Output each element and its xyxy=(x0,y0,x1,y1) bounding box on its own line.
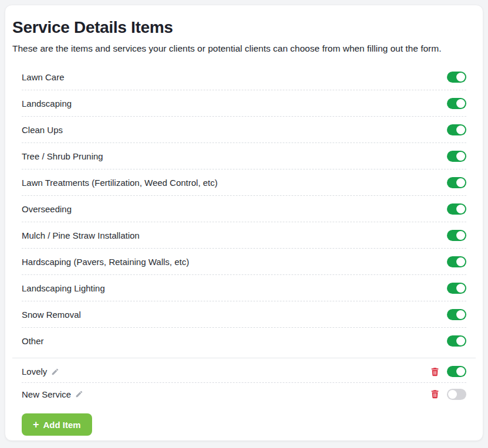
service-item-row: Landscaping xyxy=(22,90,466,117)
service-item-row: Other xyxy=(22,328,466,354)
toggle-knob xyxy=(456,310,465,319)
row-controls xyxy=(447,309,466,320)
service-toggle[interactable] xyxy=(447,177,466,188)
service-toggle[interactable] xyxy=(447,283,466,294)
service-label: Overseeding xyxy=(22,204,72,214)
service-toggle[interactable] xyxy=(447,203,466,215)
service-label: Hardscaping (Pavers, Retaining Walls, et… xyxy=(22,257,189,267)
service-item-row: Clean Ups xyxy=(22,117,466,143)
service-label: Clean Ups xyxy=(22,125,63,135)
service-label: Lovely xyxy=(22,366,47,376)
service-toggle[interactable] xyxy=(447,72,466,83)
toggle-knob xyxy=(456,125,465,134)
service-item-row: Overseeding xyxy=(22,196,466,222)
service-label: Lawn Treatments (Fertilization, Weed Con… xyxy=(22,178,218,188)
service-toggle[interactable] xyxy=(447,366,466,377)
toggle-knob xyxy=(456,284,465,293)
row-controls xyxy=(447,230,466,241)
service-details-card: Service Details Items These are the item… xyxy=(5,5,483,441)
page-subtitle: These are the items and services your cl… xyxy=(12,43,476,55)
row-controls xyxy=(447,203,466,215)
row-controls xyxy=(447,177,466,188)
row-controls xyxy=(447,335,466,347)
toggle-knob xyxy=(448,390,457,399)
service-item-row: Hardscaping (Pavers, Retaining Walls, et… xyxy=(22,249,466,275)
custom-service-item-row: Lovely xyxy=(22,361,466,383)
toggle-knob xyxy=(456,73,465,82)
service-label: New Service xyxy=(22,389,71,399)
toggle-knob xyxy=(456,337,465,345)
row-controls xyxy=(447,72,466,83)
service-toggle[interactable] xyxy=(447,98,466,109)
service-toggle[interactable] xyxy=(447,256,466,267)
edit-pencil-icon[interactable] xyxy=(75,390,83,398)
toggle-knob xyxy=(456,152,465,161)
service-item-row: Lawn Treatments (Fertilization, Weed Con… xyxy=(22,169,466,196)
add-item-label: Add Item xyxy=(43,420,81,430)
toggle-knob xyxy=(456,367,465,376)
default-items-list: Lawn Care Landscaping Clean Ups Tree / S… xyxy=(12,64,476,358)
service-label: Snow Removal xyxy=(22,310,81,320)
service-label: Landscaping xyxy=(22,99,72,108)
service-item-row: Mulch / Pine Straw Installation xyxy=(22,222,466,249)
row-controls xyxy=(447,283,466,294)
toggle-knob xyxy=(456,178,465,187)
row-controls xyxy=(447,151,466,162)
service-label: Lawn Care xyxy=(22,72,65,82)
delete-trash-icon[interactable] xyxy=(431,389,439,399)
service-item-row: Snow Removal xyxy=(22,301,466,328)
toggle-knob xyxy=(456,231,465,240)
service-label-wrap: New Service xyxy=(22,389,83,399)
service-toggle[interactable] xyxy=(447,151,466,162)
row-controls xyxy=(431,366,466,377)
service-toggle[interactable] xyxy=(447,309,466,320)
service-item-row: Landscaping Lighting xyxy=(22,275,466,301)
row-controls xyxy=(447,98,466,109)
service-item-row: Lawn Care xyxy=(22,64,466,90)
row-controls xyxy=(447,256,466,267)
service-item-row: Tree / Shrub Pruning xyxy=(22,143,466,169)
service-toggle[interactable] xyxy=(447,230,466,241)
page-title: Service Details Items xyxy=(12,18,476,37)
custom-items-list: Lovely New Service xyxy=(12,361,476,405)
service-label: Mulch / Pine Straw Installation xyxy=(22,230,140,240)
toggle-knob xyxy=(456,257,465,266)
service-toggle[interactable] xyxy=(447,389,466,400)
service-label: Tree / Shrub Pruning xyxy=(22,151,103,161)
service-toggle[interactable] xyxy=(447,124,466,135)
add-item-button[interactable]: + Add Item xyxy=(22,413,92,436)
delete-trash-icon[interactable] xyxy=(431,367,439,376)
service-label: Landscaping Lighting xyxy=(22,283,105,293)
row-controls xyxy=(431,389,466,400)
edit-pencil-icon[interactable] xyxy=(51,368,59,376)
plus-icon: + xyxy=(33,419,39,430)
service-label-wrap: Lovely xyxy=(22,366,59,376)
toggle-knob xyxy=(456,99,465,108)
service-toggle[interactable] xyxy=(447,335,466,347)
custom-service-item-row: New Service xyxy=(22,383,466,405)
row-controls xyxy=(447,124,466,135)
service-label: Other xyxy=(22,336,44,346)
toggle-knob xyxy=(456,205,465,213)
